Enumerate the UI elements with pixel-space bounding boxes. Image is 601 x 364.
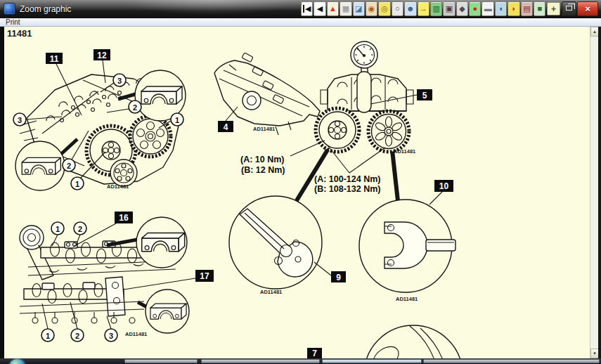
taskbar-button[interactable] — [322, 359, 422, 363]
screen-right-edge — [598, 0, 601, 364]
menu-print[interactable]: Print — [0, 18, 26, 26]
callout-4: 4 — [218, 121, 233, 132]
svg-text:11: 11 — [50, 54, 59, 64]
screen: 11481 — [0, 0, 601, 364]
menu-bar: Print — [0, 18, 601, 27]
toolbar-nav-back-button[interactable]: ◀ — [314, 1, 325, 16]
toolbar-exhaust-button[interactable]: → — [418, 1, 429, 16]
toolbar-engine-service-button[interactable]: ◎ — [378, 1, 390, 16]
camshaft-removal-figure — [20, 217, 195, 333]
toolbar-lift-button[interactable]: ▥ — [430, 1, 442, 16]
passengers-icon: ☻ — [406, 5, 415, 13]
torque-cap-b: (B: 12 Nm) — [241, 165, 285, 175]
zoom-plus-button[interactable]: + — [547, 2, 560, 15]
svg-text:16: 16 — [119, 213, 129, 223]
app-icon[interactable] — [4, 3, 15, 15]
callout-17: 17 — [195, 270, 214, 282]
nav-first-icon: ◀ — [303, 5, 311, 13]
callout-11: 11 — [46, 53, 63, 64]
vertical-scrollbar[interactable]: ▲ ▼ — [590, 27, 598, 358]
svg-text:3: 3 — [18, 116, 22, 124]
toolbar-wheel-button[interactable]: ○ — [392, 1, 403, 16]
svg-text:1: 1 — [175, 116, 179, 124]
toolbar-warning-button[interactable]: ▲ — [327, 1, 339, 16]
toolbar-machine-button[interactable]: ▤ — [521, 1, 533, 16]
printer-icon: ▬ — [484, 5, 492, 13]
window-title: Zoom graphic — [20, 4, 71, 14]
globe-icon: ◉ — [368, 5, 375, 13]
callout-9: 9 — [331, 271, 346, 282]
figure-ref: AD11481 — [107, 183, 129, 190]
start-orb[interactable] — [9, 359, 25, 364]
restore-icon — [566, 6, 572, 11]
toolbar-nav-first-button[interactable]: ◀ — [301, 1, 313, 16]
circled-callout-3: 3 — [113, 74, 126, 86]
svg-text:7: 7 — [312, 349, 317, 358]
svg-text:1: 1 — [56, 225, 60, 233]
svg-text:2: 2 — [67, 162, 71, 170]
circled-callout-2: 2 — [129, 100, 141, 113]
toolbar-gearbox-button[interactable]: ▣ — [443, 1, 455, 16]
machine-icon: ▤ — [523, 5, 530, 13]
restore-button[interactable] — [562, 1, 576, 16]
svg-text:12: 12 — [97, 51, 107, 60]
svg-text:4: 4 — [224, 122, 228, 132]
exhaust-icon: → — [420, 5, 427, 13]
taskbar-button[interactable] — [201, 359, 320, 363]
marine-icon: ◖ — [498, 5, 503, 13]
toolbar-car-button[interactable]: ● — [469, 1, 481, 16]
svg-text:1: 1 — [75, 180, 79, 188]
toolbar-body-button[interactable]: ■ — [534, 1, 545, 16]
engine-service-icon: ◎ — [381, 5, 388, 13]
svg-text:2: 2 — [78, 225, 82, 233]
toolbar-passengers-button[interactable]: ☻ — [404, 1, 416, 16]
truck-icon: ◗ — [512, 5, 517, 13]
car-icon: ● — [472, 5, 477, 13]
picture-icon: ◪ — [355, 5, 362, 13]
callout-7: 7 — [307, 348, 322, 358]
svg-text:2: 2 — [133, 103, 137, 112]
tools-icon: ◆ — [459, 5, 465, 13]
toolbar-printer-button[interactable]: ▬ — [482, 1, 493, 16]
circled-callout-2: 2 — [63, 159, 75, 171]
circled-callout-1: 1 — [171, 113, 183, 126]
toolbar-tools-button[interactable]: ◆ — [456, 1, 468, 16]
toolbar-globe-button[interactable]: ◉ — [366, 1, 377, 16]
svg-text:3: 3 — [117, 77, 122, 85]
circled-callout-1: 1 — [71, 177, 84, 190]
zoom-plus-icon: + — [551, 4, 556, 14]
nav-back-icon: ◀ — [317, 5, 323, 13]
figure-ref: AD11481 — [394, 148, 415, 155]
window-left-edge — [0, 27, 4, 358]
body-icon: ■ — [537, 5, 542, 13]
tool-9-figure — [229, 196, 331, 289]
taskbar — [0, 358, 601, 364]
circled-callout-1: 1 — [51, 222, 64, 235]
piston-figure — [364, 325, 463, 358]
chevron-up-icon: ▲ — [593, 30, 597, 34]
svg-text:3: 3 — [109, 332, 113, 340]
toolbar-truck-button[interactable]: ◗ — [508, 1, 519, 16]
circled-callout-2: 2 — [74, 222, 86, 235]
svg-text:10: 10 — [439, 181, 449, 191]
close-icon: × — [585, 4, 590, 14]
callout-16: 16 — [115, 212, 133, 223]
close-button[interactable]: × — [577, 1, 598, 16]
svg-text:17: 17 — [200, 271, 209, 281]
callout-5: 5 — [417, 89, 432, 100]
taskbar-button[interactable] — [423, 359, 600, 363]
toolbar-marine-button[interactable]: ◖ — [495, 1, 507, 16]
title-bar: Zoom graphic ◀ ◀ ▲ ▦ ◪ ◉ ◎ ○ ☻ → ▥ ▣ ◆ ●… — [0, 0, 601, 18]
engine-diagram: (A: 10 Nm) (B: 12 Nm) (A: 100-124 Nm) (B… — [0, 0, 601, 358]
toolbar-picture-button[interactable]: ◪ — [353, 1, 365, 16]
toolbar: ◀ ◀ ▲ ▦ ◪ ◉ ◎ ○ ☻ → ▥ ▣ ◆ ● ▬ ◖ ◗ ▤ ■ — [301, 1, 545, 16]
taskbar-button[interactable] — [124, 359, 198, 363]
torque-cap-a: (A: 10 Nm) — [240, 155, 285, 164]
gearbox-icon: ▣ — [446, 5, 453, 13]
wheel-icon: ○ — [395, 5, 400, 13]
toolbar-frame-button[interactable]: ▦ — [340, 1, 351, 16]
callout-10: 10 — [434, 180, 453, 192]
circled-callout-1: 1 — [41, 329, 54, 342]
svg-text:2: 2 — [75, 332, 79, 340]
svg-text:1: 1 — [46, 332, 50, 340]
